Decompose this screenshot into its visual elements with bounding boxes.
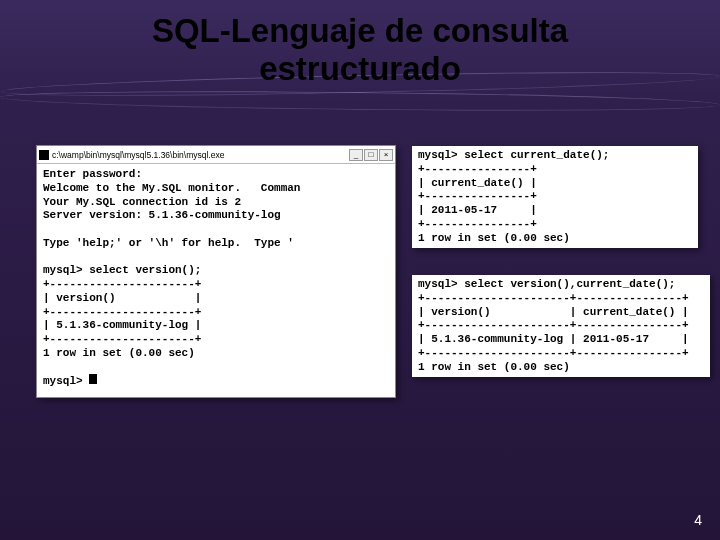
snippet-b-text: mysql> select version(),current_date(); … — [418, 278, 704, 374]
app-icon — [39, 150, 49, 160]
page-number: 4 — [694, 512, 702, 528]
title-line-2: estructurado — [259, 50, 461, 87]
slide-title: SQL-Lenguaje de consulta estructurado — [0, 12, 720, 88]
close-button[interactable]: × — [379, 149, 393, 161]
terminal-body: Enter password: Welcome to the My.SQL mo… — [37, 164, 395, 397]
snippet-a-text: mysql> select current_date(); +---------… — [418, 149, 692, 245]
snippet-version-and-date: mysql> select version(),current_date(); … — [412, 275, 710, 377]
terminal-window: c:\wamp\bin\mysql\mysql5.1.36\bin\mysql.… — [36, 145, 396, 398]
terminal-text: Enter password: Welcome to the My.SQL mo… — [43, 168, 389, 389]
snippet-current-date: mysql> select current_date(); +---------… — [412, 146, 698, 248]
titlebar-left: c:\wamp\bin\mysql\mysql5.1.36\bin\mysql.… — [39, 150, 224, 160]
titlebar-buttons: _ □ × — [349, 149, 393, 161]
window-path: c:\wamp\bin\mysql\mysql5.1.36\bin\mysql.… — [52, 150, 224, 160]
cursor — [89, 374, 97, 384]
title-line-1: SQL-Lenguaje de consulta — [152, 12, 568, 49]
minimize-button[interactable]: _ — [349, 149, 363, 161]
maximize-button[interactable]: □ — [364, 149, 378, 161]
titlebar: c:\wamp\bin\mysql\mysql5.1.36\bin\mysql.… — [37, 146, 395, 164]
